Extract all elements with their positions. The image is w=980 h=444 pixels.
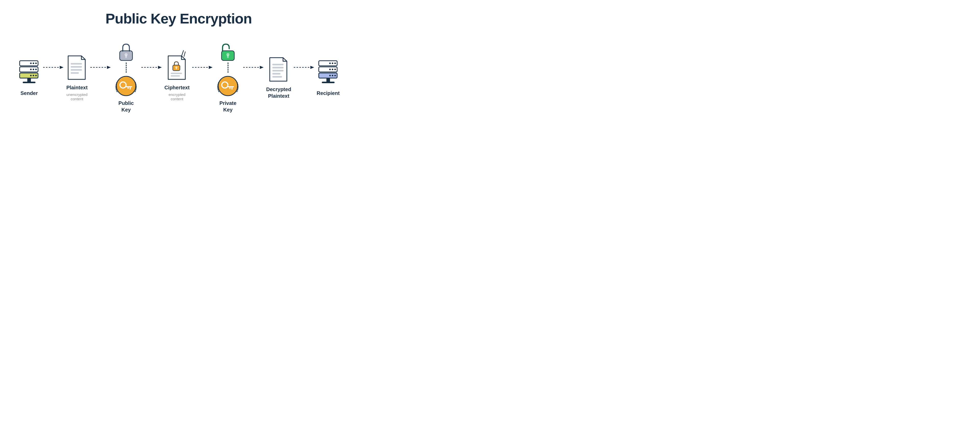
arrow-6 <box>291 65 317 90</box>
svg-point-2 <box>35 62 37 64</box>
svg-rect-55 <box>272 76 282 78</box>
ciphertext-label: Ciphertext <box>164 84 189 91</box>
page-title: Public Key Encryption <box>105 10 251 27</box>
svg-point-11 <box>30 75 32 76</box>
svg-point-7 <box>30 68 32 70</box>
svg-marker-31 <box>158 66 162 69</box>
svg-point-67 <box>332 75 333 76</box>
arrow-privkey-group: PrivateKey <box>189 42 266 113</box>
svg-marker-57 <box>310 66 314 69</box>
arrow-1 <box>41 65 66 90</box>
node-plaintext: Plaintext unencryptedcontent <box>66 54 88 101</box>
node-ciphertext: Ciphertext encryptedcontent <box>164 54 189 101</box>
diagram: Sender Plaintext unencryptedcontent <box>5 42 352 113</box>
private-key-icon <box>215 73 241 98</box>
svg-marker-15 <box>60 66 64 69</box>
ciphertext-icon <box>166 54 188 81</box>
svg-rect-13 <box>23 82 35 83</box>
svg-point-68 <box>334 75 336 76</box>
svg-marker-50 <box>260 66 264 69</box>
arrow-4 <box>189 65 215 90</box>
svg-rect-12 <box>27 78 31 82</box>
svg-point-10 <box>35 75 37 76</box>
arrow-pubkey-group: PublicKey <box>88 42 164 113</box>
svg-rect-24 <box>125 56 127 58</box>
recipient-label: Recipient <box>317 90 340 97</box>
arrow-4-with-lock: PrivateKey <box>189 42 266 113</box>
svg-rect-53 <box>272 70 283 72</box>
svg-point-1 <box>33 62 34 64</box>
svg-point-65 <box>329 68 331 70</box>
plaintext-label: Plaintext <box>66 84 88 91</box>
decrypted-label: DecryptedPlaintext <box>266 86 291 99</box>
svg-rect-18 <box>71 69 82 71</box>
svg-line-32 <box>181 51 183 56</box>
svg-point-69 <box>329 75 331 76</box>
recipient-icon <box>317 59 340 87</box>
svg-rect-54 <box>272 73 280 75</box>
svg-point-60 <box>334 62 336 64</box>
lock-green-container: PrivateKey <box>215 42 241 113</box>
node-recipient: Recipient <box>317 59 340 97</box>
svg-point-59 <box>332 62 333 64</box>
public-key-icon <box>113 73 139 98</box>
svg-rect-17 <box>71 66 82 68</box>
svg-rect-37 <box>171 73 182 74</box>
sender-label: Sender <box>21 90 38 97</box>
svg-marker-40 <box>209 66 213 69</box>
arrow-2-with-lock: PublicKey <box>88 42 164 113</box>
svg-rect-52 <box>272 67 283 68</box>
svg-point-9 <box>33 75 34 76</box>
sender-icon <box>18 59 41 87</box>
private-key-label: PrivateKey <box>220 100 237 113</box>
svg-rect-16 <box>71 63 82 65</box>
svg-point-61 <box>329 62 331 64</box>
svg-rect-19 <box>71 72 79 74</box>
svg-rect-38 <box>171 75 180 76</box>
arrow-2 <box>88 65 113 90</box>
svg-marker-21 <box>107 66 111 69</box>
svg-point-64 <box>334 68 336 70</box>
svg-point-6 <box>35 68 37 70</box>
svg-rect-36 <box>176 68 177 69</box>
lock-gray-container: PublicKey <box>113 42 139 113</box>
svg-rect-71 <box>322 82 334 83</box>
svg-rect-43 <box>227 56 229 58</box>
arrow-3 <box>139 65 164 90</box>
svg-point-3 <box>30 62 32 64</box>
arrow-5 <box>241 65 266 90</box>
svg-line-33 <box>184 52 185 56</box>
public-key-label: PublicKey <box>118 100 134 113</box>
ciphertext-sublabel: encryptedcontent <box>169 92 186 101</box>
node-decrypted: DecryptedPlaintext <box>266 56 291 99</box>
svg-rect-51 <box>272 64 283 65</box>
node-sender: Sender <box>18 59 41 97</box>
decrypted-icon <box>268 56 290 83</box>
plaintext-sublabel: unencryptedcontent <box>66 92 88 101</box>
plaintext-icon <box>66 54 88 81</box>
svg-rect-70 <box>326 78 330 82</box>
svg-point-5 <box>33 68 34 70</box>
svg-point-63 <box>332 68 333 70</box>
